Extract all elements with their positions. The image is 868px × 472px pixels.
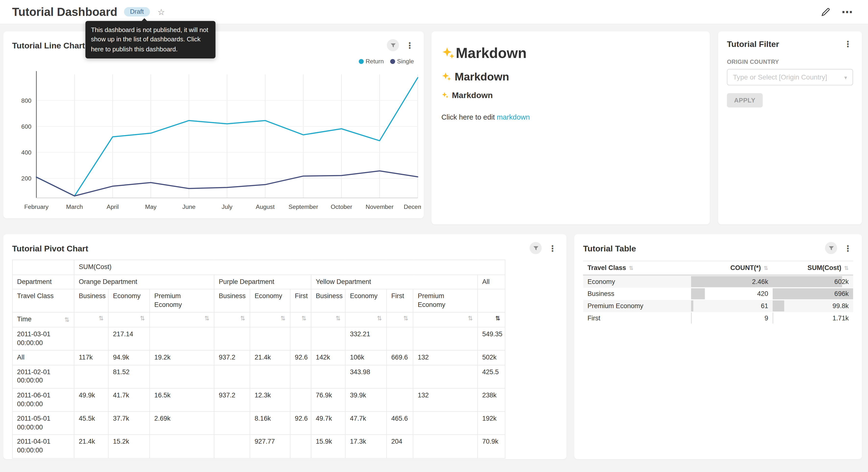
pivot-cell <box>74 365 108 388</box>
pivot-travel-class-label: Travel Class <box>12 289 74 313</box>
cross-filter-icon[interactable] <box>530 242 542 254</box>
pivot-cell: 17.3k <box>345 435 386 458</box>
pivot-cell <box>413 365 477 388</box>
pivot-sort-header[interactable]: ⇅ <box>150 313 214 327</box>
pivot-table-wrap: SUM(Cost)DepartmentOrange DepartmentPurp… <box>3 256 566 459</box>
pivot-cell <box>386 365 413 388</box>
pivot-cell: 669.6 <box>386 350 413 365</box>
pivot-sort-header[interactable]: ⇅ <box>413 313 477 327</box>
table-row[interactable]: Business420696k <box>583 288 853 300</box>
column-header-sum-cost[interactable]: SUM(Cost)⇅ <box>773 261 853 275</box>
value-bar <box>773 313 773 324</box>
origin-country-select[interactable]: Type or Select [Origin Country] ▾ <box>727 69 853 86</box>
svg-text:September: September <box>288 204 318 210</box>
chart-menu-kebab-icon[interactable]: ⋮ <box>404 41 415 50</box>
pivot-sort-header[interactable]: ⇅ <box>477 313 505 327</box>
cell-travel-class: Economy <box>583 275 691 288</box>
filter-menu-kebab-icon[interactable]: ⋮ <box>843 40 853 48</box>
publish-tooltip[interactable]: This dashboard is not published, it will… <box>85 21 215 58</box>
pivot-cell: 142k <box>311 350 345 365</box>
pivot-cell: 49.7k <box>311 412 345 435</box>
tutorial-table: Travel Class⇅ COUNT(*)⇅ SUM(Cost)⇅ Econo… <box>583 261 853 324</box>
table-row[interactable]: Economy2.46k602k <box>583 275 853 288</box>
svg-text:June: June <box>182 204 196 210</box>
pivot-corner-cell <box>12 260 74 275</box>
value-bar <box>773 276 842 287</box>
sort-icon: ⇅ <box>240 316 245 322</box>
chart-menu-kebab-icon[interactable]: ⋮ <box>547 244 558 252</box>
pivot-cell <box>214 365 250 388</box>
table-row[interactable]: Premium Economy6199.8k <box>583 300 853 312</box>
pivot-sort-header[interactable]: ⇅ <box>290 313 311 327</box>
apply-button[interactable]: APPLY <box>727 93 763 108</box>
sort-icon[interactable]: ⇅ <box>629 265 633 271</box>
pivot-sort-header[interactable]: ⇅ <box>311 313 345 327</box>
pivot-cell <box>386 327 413 350</box>
cell-sum-cost: 99.8k <box>773 300 853 312</box>
pivot-cell: 15.2k <box>108 435 150 458</box>
sort-icon: ⇅ <box>301 316 306 322</box>
cell-travel-class: Business <box>583 288 691 300</box>
pivot-column-header: First <box>386 289 413 313</box>
pivot-cell <box>290 435 311 458</box>
pivot-cell: 70.9k <box>477 435 505 458</box>
pivot-group-header: Purple Department <box>214 275 311 289</box>
tutorial-table-wrap: Travel Class⇅ COUNT(*)⇅ SUM(Cost)⇅ Econo… <box>575 256 862 324</box>
pivot-time-sort-header[interactable]: Time⇅ <box>12 313 74 327</box>
pivot-row: All117k94.9k19.2k937.221.4k92.6142k106k6… <box>12 350 505 365</box>
pivot-cell: 425.5 <box>477 365 505 388</box>
pivot-row: 2011-06-01 00:00:0049.9k41.7k16.5k937.21… <box>12 388 505 412</box>
cell-travel-class: Premium Economy <box>583 300 691 312</box>
column-header-travel-class[interactable]: Travel Class⇅ <box>583 261 691 275</box>
pivot-sort-header[interactable]: ⇅ <box>74 313 108 327</box>
column-header-count[interactable]: COUNT(*)⇅ <box>691 261 773 275</box>
cross-filter-icon[interactable] <box>825 242 837 254</box>
pivot-sort-header[interactable]: ⇅ <box>250 313 290 327</box>
cell-count: 9 <box>691 312 773 324</box>
pivot-cell: 2.69k <box>150 412 214 435</box>
pivot-column-header: Business <box>311 289 345 313</box>
pivot-cell: 94.9k <box>108 350 150 365</box>
pivot-row: 2011-05-01 00:00:0045.5k37.7k2.69k8.16k9… <box>12 412 505 435</box>
legend-label-return: Return <box>366 58 384 65</box>
pivot-cell <box>250 327 290 350</box>
pivot-cell: 8.16k <box>250 412 290 435</box>
cross-filter-icon[interactable] <box>387 39 399 51</box>
pivot-cell: 39.9k <box>345 388 386 412</box>
markdown-card[interactable]: Markdown Markdown Markdown Click here to… <box>432 31 710 224</box>
cell-sum-cost: 602k <box>773 275 853 288</box>
favorite-star-icon[interactable]: ☆ <box>157 7 165 17</box>
svg-text:November: November <box>366 204 394 210</box>
svg-text:800: 800 <box>21 97 31 104</box>
pivot-sort-header[interactable]: ⇅ <box>214 313 250 327</box>
value-bar <box>691 288 705 299</box>
pivot-cell: 332.21 <box>345 327 386 350</box>
legend-item-return[interactable]: Return <box>359 58 384 65</box>
pivot-cell: 49.9k <box>74 388 108 412</box>
draft-badge[interactable]: Draft <box>124 7 150 17</box>
legend-item-single[interactable]: Single <box>391 58 414 65</box>
markdown-edit-link[interactable]: markdown <box>497 113 530 121</box>
pivot-cell: 21.4k <box>74 435 108 458</box>
sort-icon: ⇅ <box>98 316 104 322</box>
pivot-sort-header[interactable]: ⇅ <box>386 313 413 327</box>
cell-travel-class: First <box>583 312 691 324</box>
value-bar <box>773 300 784 311</box>
markdown-paragraph: Click here to edit markdown <box>441 113 700 121</box>
page-title: Tutorial Dashboard <box>12 5 117 18</box>
table-row[interactable]: First91.71k <box>583 312 853 324</box>
chart-menu-kebab-icon[interactable]: ⋮ <box>843 244 853 252</box>
pivot-cell: 19.2k <box>150 350 214 365</box>
pivot-cell: 549.35 <box>477 327 505 350</box>
edit-pencil-icon[interactable] <box>821 7 830 17</box>
pivot-sort-header[interactable]: ⇅ <box>108 313 150 327</box>
sort-icon[interactable]: ⇅ <box>844 265 849 271</box>
pivot-sort-header[interactable]: ⇅ <box>345 313 386 327</box>
pivot-cell: 47.7k <box>345 412 386 435</box>
svg-text:400: 400 <box>21 149 31 156</box>
pivot-cell <box>74 327 108 350</box>
pivot-column-header: Premium Economy <box>150 289 214 313</box>
sort-icon: ⇅ <box>280 316 286 322</box>
pivot-cell <box>311 327 345 350</box>
sort-icon[interactable]: ⇅ <box>764 265 768 271</box>
